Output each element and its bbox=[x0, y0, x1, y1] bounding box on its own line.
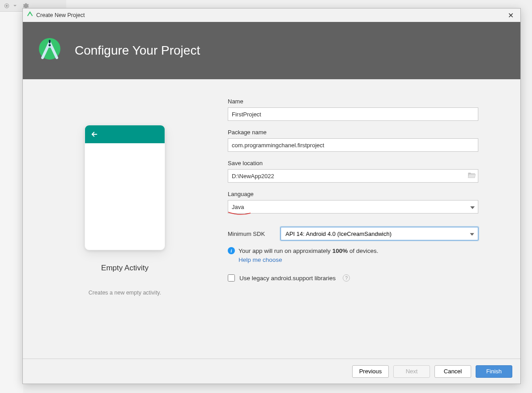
location-label: Save location bbox=[228, 160, 478, 167]
android-studio-icon bbox=[26, 11, 34, 20]
svg-point-3 bbox=[30, 13, 31, 14]
android-studio-logo-icon bbox=[36, 36, 63, 65]
package-label: Package name bbox=[228, 129, 478, 136]
location-input[interactable] bbox=[228, 169, 478, 183]
svg-point-5 bbox=[48, 43, 51, 47]
preview-title: Empty Activity bbox=[101, 264, 149, 273]
minsdk-value: API 14: Android 4.0 (IceCreamSandwich) bbox=[285, 231, 392, 237]
cancel-button[interactable]: Cancel bbox=[434, 365, 471, 378]
sdk-info-row: i Your app will run on approximately 100… bbox=[228, 247, 478, 264]
dialog-body: Empty Activity Creates a new empty activ… bbox=[23, 79, 520, 359]
phone-preview bbox=[85, 125, 165, 250]
legacy-libraries-label: Use legacy android.support libraries bbox=[239, 275, 336, 282]
window-title: Create New Project bbox=[36, 12, 504, 18]
minsdk-select[interactable]: API 14: Android 4.0 (IceCreamSandwich) bbox=[281, 227, 478, 240]
info-text: Your app will run on approximately 100% … bbox=[238, 248, 378, 254]
header-band: Configure Your Project bbox=[23, 22, 520, 79]
name-label: Name bbox=[228, 98, 478, 105]
previous-button[interactable]: Previous bbox=[352, 365, 389, 378]
svg-point-1 bbox=[6, 5, 8, 7]
legacy-libraries-row: Use legacy android.support libraries ? bbox=[228, 274, 478, 282]
create-project-dialog: Create New Project ✕ Configure Your Proj… bbox=[22, 8, 521, 384]
language-value: Java bbox=[232, 204, 244, 210]
name-input[interactable] bbox=[228, 107, 478, 121]
caret-down-icon bbox=[470, 231, 474, 237]
form-column: Name Package name Save location Language… bbox=[228, 98, 478, 350]
preview-description: Creates a new empty activity. bbox=[89, 290, 161, 296]
page-title: Configure Your Project bbox=[75, 43, 200, 58]
target-icon bbox=[4, 3, 10, 9]
back-arrow-icon bbox=[90, 130, 98, 138]
language-select[interactable]: Java bbox=[228, 200, 478, 214]
next-button[interactable]: Next bbox=[393, 365, 430, 378]
help-icon[interactable]: ? bbox=[343, 274, 350, 282]
legacy-libraries-checkbox[interactable] bbox=[228, 274, 235, 282]
help-me-choose-link[interactable]: Help me choose bbox=[238, 256, 282, 263]
preview-appbar bbox=[85, 125, 165, 143]
minsdk-label: Minimum SDK bbox=[228, 231, 274, 237]
background-sidebar bbox=[0, 12, 23, 393]
language-label: Language bbox=[228, 191, 478, 197]
preview-column: Empty Activity Creates a new empty activ… bbox=[40, 98, 210, 350]
svg-rect-6 bbox=[49, 40, 51, 43]
dialog-footer: Previous Next Cancel Finish bbox=[23, 359, 520, 384]
package-input[interactable] bbox=[228, 138, 478, 152]
close-button[interactable]: ✕ bbox=[504, 11, 517, 20]
titlebar: Create New Project ✕ bbox=[23, 9, 520, 22]
finish-button[interactable]: Finish bbox=[476, 365, 512, 378]
info-icon: i bbox=[228, 247, 235, 254]
arrow-icon bbox=[13, 4, 17, 7]
